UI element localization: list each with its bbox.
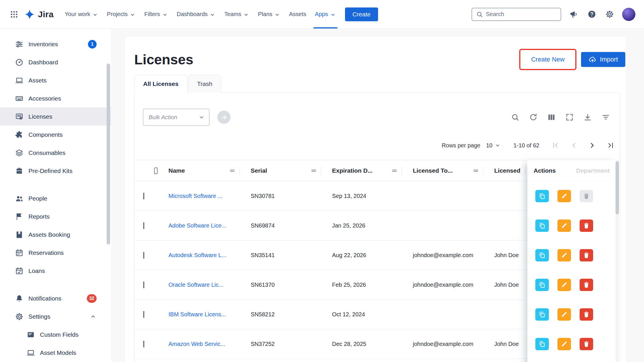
edit-button[interactable] (557, 338, 571, 350)
row-checkbox[interactable] (143, 282, 144, 288)
column-header-licensed[interactable]: Licensed (483, 160, 525, 181)
license-name-link[interactable]: Amazon Web Servic... (168, 341, 225, 347)
columns-button[interactable] (547, 113, 556, 122)
sidebar-item-asset-models[interactable]: Asset Models (0, 344, 111, 362)
license-name-link[interactable]: Autodesk Software L... (168, 252, 226, 258)
table-scrollbar-thumb[interactable] (616, 161, 619, 214)
edit-icon (561, 252, 568, 259)
bulk-action-select[interactable]: Bulk Action (143, 109, 210, 126)
drag-handle-icon[interactable] (472, 167, 479, 174)
delete-button[interactable] (580, 219, 593, 232)
edit-button[interactable] (557, 219, 571, 232)
sidebar-item-pre-defined-kits[interactable]: Pre-Defined Kits (0, 162, 111, 180)
sidebar-item-assets[interactable]: Assets (0, 71, 111, 89)
clone-button[interactable] (535, 249, 549, 261)
nav-dashboards[interactable]: Dashboards (172, 0, 220, 28)
sidebar-item-inventories[interactable]: Inventories 1 (0, 35, 111, 53)
sidebar-item-label: Assets (28, 77, 47, 84)
clone-button[interactable] (535, 308, 549, 321)
clone-button[interactable] (535, 338, 549, 350)
settings-button[interactable] (604, 9, 615, 20)
jira-brand[interactable]: Jira (24, 9, 54, 20)
last-page-button[interactable] (607, 141, 615, 150)
create-new-button[interactable]: Create New (523, 52, 572, 67)
row-checkbox[interactable] (143, 222, 144, 229)
filter-button[interactable] (601, 113, 610, 122)
tab-trash[interactable]: Trash (188, 75, 221, 93)
column-header-expiration-date[interactable]: Expiration D... (321, 160, 402, 181)
column-header-licensed-to[interactable]: Licensed To... (402, 160, 483, 181)
sidebar-item-label: Settings (28, 313, 50, 320)
previous-page-button[interactable] (570, 141, 578, 150)
edit-button[interactable] (557, 190, 571, 202)
delete-button[interactable] (580, 338, 593, 350)
sidebar-item-loans[interactable]: Loans (0, 262, 111, 280)
clone-button[interactable] (535, 219, 549, 232)
column-header-name[interactable]: Name (158, 160, 240, 181)
nav-apps[interactable]: Apps (310, 0, 340, 28)
global-search[interactable] (471, 8, 561, 21)
delete-button[interactable] (580, 308, 593, 321)
sidebar-scrollbar[interactable] (107, 63, 110, 244)
user-avatar[interactable] (622, 8, 635, 21)
nav-projects[interactable]: Projects (103, 0, 140, 28)
table-search-button[interactable] (511, 113, 520, 122)
delete-button[interactable] (580, 249, 593, 261)
drag-handle-icon[interactable] (391, 167, 398, 174)
sidebar-item-custom-fields[interactable]: Custom Fields (0, 326, 111, 344)
row-checkbox[interactable] (143, 311, 144, 318)
rows-per-page-select[interactable]: 10 (486, 142, 501, 149)
nav-plans[interactable]: Plans (254, 0, 285, 28)
license-name-link[interactable]: Adobe Software Lice... (168, 222, 226, 229)
license-name-link[interactable]: IBM Software Licens... (168, 311, 226, 317)
edit-button[interactable] (557, 308, 571, 321)
drag-handle-icon[interactable] (310, 167, 317, 174)
first-page-button[interactable] (551, 141, 560, 150)
nav-assets[interactable]: Assets (285, 0, 310, 28)
nav-filters[interactable]: Filters (140, 0, 172, 28)
row-checkbox[interactable] (143, 341, 144, 347)
sidebar-item-consumables[interactable]: Consumables (0, 144, 111, 162)
tab-all-licenses[interactable]: All Licenses (134, 75, 187, 93)
sidebar-item-notifications[interactable]: Notifications 32 (0, 289, 111, 307)
license-name-link[interactable]: Microsoft Software ... (168, 193, 223, 199)
download-button[interactable] (583, 113, 592, 122)
column-header-serial[interactable]: Serial (240, 160, 321, 181)
app-switcher-button[interactable] (7, 0, 21, 28)
nav-teams[interactable]: Teams (220, 0, 254, 28)
delete-button[interactable] (580, 279, 593, 291)
refresh-button[interactable] (529, 113, 538, 122)
apply-bulk-action-button[interactable] (217, 111, 231, 124)
select-all-checkbox[interactable] (154, 167, 158, 174)
create-button[interactable]: Create (345, 7, 378, 21)
sidebar-item-reservations[interactable]: Reservations (0, 244, 111, 262)
fullscreen-button[interactable] (565, 113, 574, 122)
delete-button-disabled[interactable] (580, 190, 593, 202)
nav-label: Assets (289, 11, 306, 18)
clone-button[interactable] (535, 190, 549, 202)
sidebar-item-reports[interactable]: Reports (0, 207, 111, 226)
sidebar-item-licenses[interactable]: Licenses (0, 107, 111, 126)
license-name-link[interactable]: Oracle Software Lic... (168, 282, 223, 288)
sidebar-item-label: Consumables (28, 149, 65, 156)
sidebar-item-accessories[interactable]: Accessories (0, 89, 111, 107)
edit-button[interactable] (557, 249, 571, 261)
search-input[interactable] (486, 11, 557, 18)
drag-handle-icon[interactable] (229, 167, 236, 174)
help-button[interactable] (586, 9, 597, 20)
row-actions (527, 270, 620, 300)
row-checkbox[interactable] (143, 193, 144, 199)
edit-button[interactable] (557, 279, 571, 291)
row-checkbox[interactable] (143, 252, 144, 259)
next-page-button[interactable] (588, 141, 597, 150)
sidebar-item-components[interactable]: Components (0, 126, 111, 144)
sidebar-item-people[interactable]: People (0, 189, 111, 207)
nav-your-work[interactable]: Your work (61, 0, 103, 28)
import-button[interactable]: Import (581, 52, 625, 67)
table-scrollbar-track[interactable] (616, 160, 619, 362)
sidebar-item-assets-booking[interactable]: Assets Booking (0, 226, 111, 244)
sidebar-item-dashboard[interactable]: Dashboard (0, 53, 111, 71)
clone-button[interactable] (535, 279, 549, 291)
feedback-button[interactable] (569, 9, 579, 20)
sidebar-item-settings[interactable]: Settings (0, 307, 111, 326)
